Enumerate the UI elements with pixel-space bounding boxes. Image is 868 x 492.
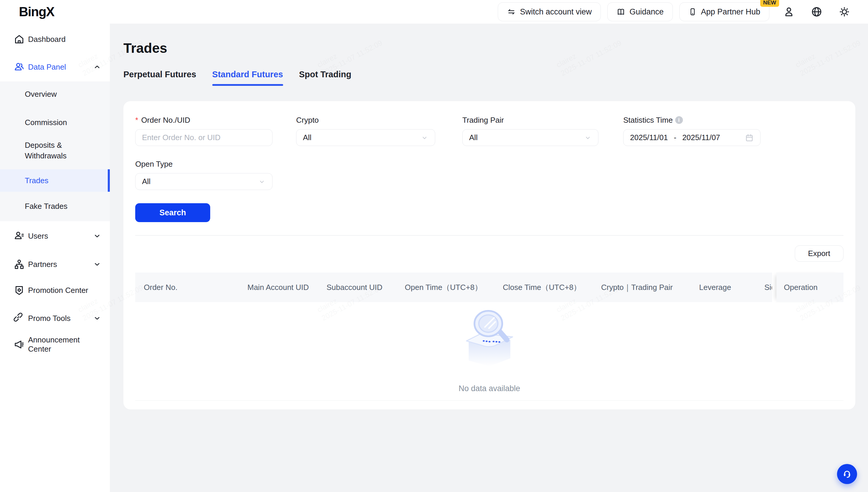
chevron-down-icon (93, 232, 101, 240)
tab-bar: Perpetual Futures Standard Futures Spot … (123, 70, 868, 86)
submenu-item-commission[interactable]: Commission (0, 113, 110, 131)
field-order-no: * Order No./UID (135, 116, 273, 146)
open-type-select[interactable]: All (135, 173, 273, 190)
section-divider (135, 235, 844, 236)
bingx-logo: BingX (19, 4, 54, 19)
field-crypto: Crypto All (296, 116, 435, 146)
operation-column-header: Operation (776, 273, 844, 302)
person-icon (783, 6, 795, 18)
sidebar-item-promotion-center[interactable]: Promotion Center (0, 281, 110, 299)
submenu-item-overview[interactable]: Overview (0, 85, 110, 103)
submenu-item-fake-trades[interactable]: Fake Trades (0, 197, 110, 215)
chevron-up-icon (93, 63, 101, 71)
submenu-item-label: Fake Trades (25, 202, 68, 211)
trading-pair-select[interactable]: All (462, 129, 599, 146)
submenu-item-label: Withdrawals (25, 150, 67, 161)
data-panel-icon (13, 61, 25, 73)
column-header-7: Side (765, 273, 772, 302)
book-icon (616, 7, 625, 16)
sun-icon (839, 6, 850, 18)
home-icon (13, 33, 25, 45)
content-card: * Order No./UID Crypto All Trading Pair … (123, 101, 855, 410)
sidebar-item-label: Announcement Center (28, 335, 101, 354)
fixed-column-gap (772, 273, 776, 302)
column-header-1: Main Account UID (248, 273, 309, 302)
table-header-scroll: Order No.Main Account UIDSubaccount UIDO… (135, 273, 772, 302)
column-header-6: Leverage (699, 273, 731, 302)
switch-account-view-label: Switch account view (520, 7, 592, 17)
sidebar-item-label: Partners (28, 260, 57, 269)
info-icon: i (675, 116, 683, 124)
submenu-item-trades[interactable]: Trades (0, 169, 110, 192)
search-button[interactable]: Search (135, 203, 210, 222)
submenu-item-label: Overview (25, 90, 57, 99)
required-asterisk: * (135, 116, 138, 125)
switch-arrows-icon (507, 7, 516, 16)
date-start: 2025/11/01 (630, 133, 668, 142)
crypto-select[interactable]: All (296, 129, 435, 146)
tab-spot-trading[interactable]: Spot Trading (299, 70, 351, 86)
calendar-icon (745, 133, 754, 142)
no-data-illustration (461, 310, 518, 368)
tab-label: Standard Futures (212, 70, 283, 79)
date-separator: - (674, 133, 676, 142)
sidebar-item-dashboard[interactable]: Dashboard (0, 30, 110, 48)
new-badge: NEW (760, 0, 779, 7)
headset-icon (841, 468, 853, 479)
open-type-select-value: All (142, 177, 150, 186)
sidebar-item-label: Promo Tools (28, 314, 71, 323)
field-open-type: Open Type All (135, 159, 273, 190)
chevron-down-icon (421, 134, 428, 142)
guidance-button[interactable]: Guidance (607, 2, 673, 21)
org-chart-icon (13, 259, 25, 270)
sidebar-item-partners[interactable]: Partners (0, 255, 110, 273)
order-no-label: * Order No./UID (135, 116, 273, 124)
statistics-time-label: Statistics Time (623, 116, 673, 125)
active-tab-underline (212, 84, 283, 86)
megaphone-icon (13, 339, 25, 350)
column-header-2: Subaccount UID (327, 273, 382, 302)
date-range-picker[interactable]: 2025/11/01 - 2025/11/07 (623, 129, 760, 146)
export-button[interactable]: Export (795, 245, 844, 262)
account-button[interactable] (782, 5, 795, 18)
sidebar-item-announcement-center[interactable]: Announcement Center (0, 335, 110, 354)
customer-support-fab[interactable] (837, 464, 857, 484)
field-trading-pair: Trading Pair All (462, 116, 599, 146)
order-no-input[interactable] (135, 129, 273, 146)
date-end: 2025/11/07 (682, 133, 720, 142)
globe-icon (811, 6, 822, 18)
chevron-down-icon (584, 134, 592, 142)
app-partner-hub-label: App Partner Hub (701, 7, 760, 17)
column-header-3: Open Time（UTC+8） (405, 273, 482, 302)
sidebar-item-label: Users (28, 231, 48, 241)
open-type-label: Open Type (135, 159, 173, 169)
sidebar-item-users[interactable]: Users (0, 227, 110, 245)
submenu-item-deposits-withdrawals[interactable]: Deposits & Withdrawals (0, 136, 110, 165)
submenu-item-label: Trades (25, 176, 48, 185)
trades-table: Order No.Main Account UIDSubaccount UIDO… (135, 273, 844, 400)
phone-icon (688, 7, 697, 16)
column-header-4: Close Time（UTC+8） (503, 273, 581, 302)
theme-toggle-button[interactable] (838, 5, 851, 18)
tab-label: Perpetual Futures (123, 70, 196, 79)
top-bar: BingX Switch account view Guidance App P… (0, 0, 868, 24)
sidebar-item-label: Dashboard (28, 35, 66, 44)
link-icon (13, 312, 25, 324)
empty-state-text: No data available (459, 384, 520, 393)
guidance-label: Guidance (630, 7, 664, 17)
tab-standard-futures[interactable]: Standard Futures (212, 70, 283, 86)
tab-perpetual-futures[interactable]: Perpetual Futures (123, 70, 196, 86)
crypto-select-value: All (303, 133, 311, 142)
chevron-down-icon (93, 315, 101, 322)
filter-row-2: Open Type All (135, 159, 844, 190)
app-partner-hub-button[interactable]: App Partner Hub NEW (679, 2, 769, 21)
data-panel-submenu: Overview Commission Deposits & Withdrawa… (0, 81, 110, 221)
language-button[interactable] (810, 5, 823, 18)
sidebar-item-data-panel[interactable]: Data Panel (0, 58, 110, 76)
chevron-down-icon (93, 261, 101, 268)
empty-state: No data available (135, 302, 844, 400)
field-statistics-time: Statistics Time i 2025/11/01 - 2025/11/0… (623, 116, 760, 146)
sidebar-item-label: Data Panel (28, 63, 66, 72)
switch-account-view-button[interactable]: Switch account view (498, 2, 601, 21)
sidebar-item-promo-tools[interactable]: Promo Tools (0, 309, 110, 327)
